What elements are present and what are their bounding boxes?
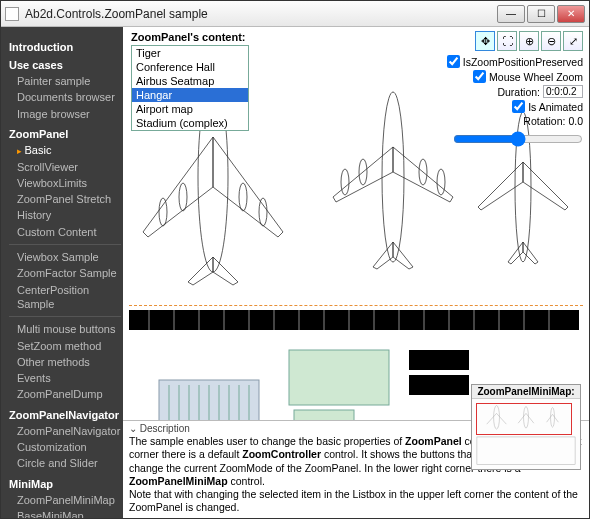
close-button[interactable]: ✕ <box>557 5 585 23</box>
titlebar: Ab2d.Controls.ZoomPanel sample — ☐ ✕ <box>1 1 589 27</box>
sidebar-item[interactable]: Documents browser <box>9 89 123 105</box>
sidebar-nav-header: ZoomPanelNavigator <box>9 409 123 421</box>
sidebar-item[interactable]: BaseMiniMap <box>9 508 123 518</box>
animated-label: Is Animated <box>528 101 583 113</box>
sidebar-item[interactable]: ZoomPanelDump <box>9 386 123 402</box>
list-item[interactable]: Tiger <box>132 46 248 60</box>
zoom-in-button[interactable]: ⊕ <box>519 31 539 51</box>
list-item-selected[interactable]: Hangar <box>132 88 248 102</box>
sidebar-item[interactable]: Circle and Slider <box>9 455 123 471</box>
svg-rect-43 <box>409 375 469 395</box>
preserve-label: IsZoomPositionPreserved <box>463 56 583 68</box>
svg-rect-47 <box>477 437 575 464</box>
duration-label: Duration: <box>497 86 540 98</box>
rotation-slider[interactable] <box>453 131 583 147</box>
svg-point-1 <box>179 183 187 211</box>
sidebar-item[interactable]: Painter sample <box>9 73 123 89</box>
svg-rect-30 <box>289 350 389 405</box>
svg-point-7 <box>341 169 349 195</box>
sidebar-item[interactable]: ScrollViewer <box>9 159 123 175</box>
sidebar-item[interactable]: Customization <box>9 439 123 455</box>
svg-rect-11 <box>129 310 579 330</box>
svg-point-3 <box>239 183 247 211</box>
svg-point-5 <box>382 92 404 262</box>
move-button[interactable]: ✥ <box>475 31 495 51</box>
sidebar-item[interactable]: ZoomFactor Sample <box>9 265 123 281</box>
preserve-checkbox[interactable] <box>447 55 460 68</box>
sidebar-zoompanel-header: ZoomPanel <box>9 128 123 140</box>
list-item[interactable]: Stadium (complex) <box>132 116 248 130</box>
maximize-button[interactable]: ☐ <box>527 5 555 23</box>
content-listbox[interactable]: Tiger Conference Hall Airbus Seatmap Han… <box>131 45 249 131</box>
sidebar-item-basic[interactable]: Basic <box>9 142 123 159</box>
controls-panel: ✥ ⛶ ⊕ ⊖ ⤢ IsZoomPositionPreserved Mouse … <box>453 31 583 149</box>
rotation-label: Rotation: <box>523 115 565 127</box>
sidebar-item[interactable]: ZoomPanel Stretch <box>9 191 123 207</box>
sidebar-item[interactable]: Multi mouse buttons <box>9 321 123 337</box>
rotation-value: 0.0 <box>568 115 583 127</box>
svg-point-2 <box>159 198 167 226</box>
window-title: Ab2d.Controls.ZoomPanel sample <box>25 7 497 21</box>
sidebar-minimap-header: MiniMap <box>9 478 123 490</box>
sidebar-item[interactable]: ViewboxLimits <box>9 175 123 191</box>
animated-checkbox[interactable] <box>512 100 525 113</box>
sidebar-item[interactable]: ZoomPanelMiniMap <box>9 492 123 508</box>
duration-field[interactable] <box>543 85 583 98</box>
minimize-button[interactable]: — <box>497 5 525 23</box>
divider-line <box>129 305 583 306</box>
sidebar-item[interactable]: History <box>9 207 123 223</box>
content-label: ZoomPanel's content: <box>131 31 245 43</box>
description-note: Note that with changing the selected ite… <box>129 488 583 514</box>
sidebar-item[interactable]: Image browser <box>9 106 123 122</box>
svg-rect-42 <box>409 350 469 370</box>
main-panel: ZoomPanel's content: Tiger Conference Ha… <box>123 27 589 518</box>
list-item[interactable]: Airport map <box>132 102 248 116</box>
svg-rect-31 <box>294 410 354 420</box>
minimap-panel[interactable]: ZoomPanelMiniMap: <box>471 384 581 470</box>
list-item[interactable]: Airbus Seatmap <box>132 74 248 88</box>
sidebar-usecases-header: Use cases <box>9 59 123 71</box>
svg-point-9 <box>437 169 445 195</box>
zoom-out-button[interactable]: ⊖ <box>541 31 561 51</box>
minimap-viewport[interactable] <box>476 403 572 435</box>
wheel-label: Mouse Wheel Zoom <box>489 71 583 83</box>
sidebar-item[interactable]: Custom Content <box>9 224 123 240</box>
zoom-rect-button[interactable]: ⛶ <box>497 31 517 51</box>
sidebar: Introduction Use cases Painter sample Do… <box>1 27 123 518</box>
sidebar-item[interactable]: SetZoom method <box>9 338 123 354</box>
sidebar-item[interactable]: ZoomPanelNavigator <box>9 423 123 439</box>
sidebar-item[interactable]: Other methods <box>9 354 123 370</box>
wheel-checkbox[interactable] <box>473 70 486 83</box>
svg-point-4 <box>259 198 267 226</box>
sidebar-item[interactable]: Events <box>9 370 123 386</box>
list-item[interactable]: Conference Hall <box>132 60 248 74</box>
app-icon <box>5 7 19 21</box>
sidebar-item[interactable]: CenterPosition Sample <box>9 282 123 313</box>
minimap-body[interactable] <box>472 399 580 469</box>
zoom-reset-button[interactable]: ⤢ <box>563 31 583 51</box>
sidebar-item[interactable]: Viewbox Sample <box>9 249 123 265</box>
minimap-title: ZoomPanelMiniMap: <box>472 385 580 399</box>
sidebar-intro[interactable]: Introduction <box>9 41 123 53</box>
